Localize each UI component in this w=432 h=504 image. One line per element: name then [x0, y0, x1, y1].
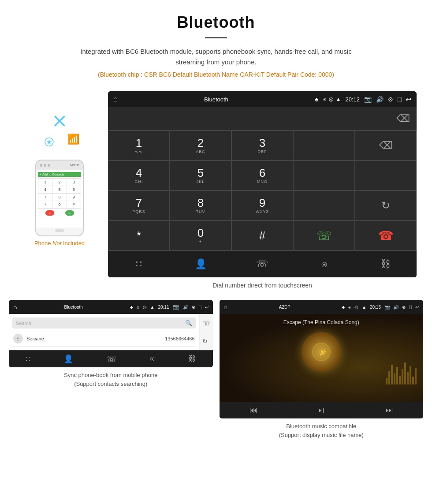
- eq-bar-11: [412, 377, 414, 385]
- dial-hangup-button[interactable]: ☎: [355, 220, 417, 250]
- eq-bar-2: [388, 371, 390, 385]
- music-close-icon[interactable]: ⊗: [402, 305, 406, 310]
- phone-call-button[interactable]: ☏: [65, 210, 74, 216]
- dial-empty-1: [293, 131, 355, 161]
- music-song-title: Escape (The Pina Colada Song): [283, 319, 359, 325]
- phone-key-star: *: [38, 201, 52, 208]
- phone-top-bar: MOTO: [36, 161, 83, 170]
- pb-action-call-icon[interactable]: ☏: [202, 320, 210, 327]
- pb-action-refresh-icon[interactable]: ↻: [202, 338, 210, 345]
- music-vol-icon[interactable]: 🔊: [393, 305, 398, 310]
- phone-not-included-label: Phone Not Included: [34, 240, 85, 246]
- close-icon[interactable]: ⊗: [388, 96, 393, 103]
- pb-nav-link[interactable]: ⛓: [188, 354, 196, 364]
- eq-bar-5: [396, 367, 398, 385]
- dial-key-1[interactable]: 1 ∿∿: [108, 131, 170, 161]
- wifi-signal-icon: 📶: [67, 134, 79, 145]
- pb-nav-dialpad[interactable]: ∷: [26, 354, 30, 364]
- nav-link-button[interactable]: ⛓: [375, 255, 397, 273]
- dial-key-6[interactable]: 6 MNO: [231, 161, 293, 190]
- bluetooth-status-icon: ⍟: [323, 96, 326, 102]
- dial-key-7[interactable]: 7 PQRS: [108, 190, 170, 220]
- dial-key-2[interactable]: 2 ABC: [170, 131, 231, 161]
- dial-key-8[interactable]: 8 TUV: [170, 190, 231, 220]
- status-time: 20:12: [345, 96, 360, 103]
- dial-screen: ⌂ Bluetooth ♣ ⍟ ◎ ▲ 20:12 📷 🔊 ⊗ ⎕ ↩ ⌫: [108, 91, 417, 277]
- nav-dialpad-button[interactable]: ∷: [128, 255, 150, 273]
- eq-bar-12: [415, 368, 417, 385]
- phone-key-3: 3: [67, 179, 81, 186]
- pb-back-icon[interactable]: ↩: [205, 305, 209, 310]
- pb-search-icon[interactable]: 🔍: [185, 320, 192, 326]
- music-album-art: ♪ ⚡: [302, 332, 341, 372]
- dial-caption: Dial number direct from touchscreen: [108, 282, 417, 293]
- dial-empty-3: [355, 161, 417, 190]
- music-screen-icon[interactable]: ⎕: [409, 305, 412, 310]
- nav-phone-button[interactable]: ☏: [251, 255, 273, 273]
- pb-contact-number: 13566664466: [165, 336, 194, 341]
- phone-key-8: 8: [52, 194, 66, 201]
- music-nav-playpause[interactable]: ⏯: [317, 406, 325, 415]
- eq-bars: [386, 358, 417, 385]
- dial-key-3[interactable]: 3 DEF: [231, 131, 293, 161]
- pb-vol-icon[interactable]: 🔊: [183, 305, 188, 310]
- dial-key-hash[interactable]: #: [231, 220, 293, 250]
- phone-dot-1: [40, 164, 42, 167]
- music-back-icon[interactable]: ↩: [415, 305, 419, 310]
- specs-text: (Bluetooth chip : CSR BC6 Default Blueto…: [9, 71, 423, 78]
- music-sig-icon: ▲: [362, 305, 366, 310]
- phonebook-caption-line2: (Support contacts searching): [74, 381, 147, 387]
- home-icon[interactable]: ⌂: [113, 95, 118, 103]
- phonebook-caption: Sync phone-book from mobile phone (Suppo…: [9, 371, 213, 388]
- music-nav-next[interactable]: ⏭: [385, 406, 393, 415]
- pb-contact-avatar: S: [13, 334, 23, 343]
- pb-nav-contacts[interactable]: 👤: [63, 354, 73, 364]
- dial-backspace-cell[interactable]: ⌫: [355, 131, 417, 161]
- music-note-icon: ♪ ⚡: [310, 341, 332, 363]
- camera-icon[interactable]: 📷: [364, 96, 372, 103]
- phone-hangup-button[interactable]: ☉: [45, 210, 54, 216]
- phone-key-4: 4: [38, 186, 52, 193]
- phone-carrier-text: MOTO: [70, 164, 79, 167]
- pb-cam-icon[interactable]: 📷: [173, 304, 179, 310]
- nav-contacts-button[interactable]: 👤: [190, 255, 212, 273]
- page-title: Bluetooth: [9, 13, 423, 32]
- dial-key-9[interactable]: 9 WXYZ: [231, 190, 293, 220]
- dial-refresh-cell[interactable]: ↻: [355, 190, 417, 220]
- nav-bluetooth-button[interactable]: ⍟: [313, 255, 335, 273]
- music-caption: Bluetooth music compatible (Support disp…: [220, 422, 424, 439]
- eq-bar-7: [402, 369, 403, 385]
- pb-search-bar[interactable]: Search 🔍: [12, 317, 196, 329]
- pb-content: Search 🔍 S Seicane 13566664466: [9, 314, 199, 350]
- phone-label-not: Not: [52, 240, 61, 246]
- pb-screen-icon[interactable]: ⎕: [199, 305, 201, 310]
- dial-call-button[interactable]: ☏: [293, 220, 355, 250]
- dial-key-0[interactable]: 0 +: [170, 220, 231, 250]
- status-icons: ⍟ ◎ ▲: [323, 96, 341, 102]
- music-nav-prev[interactable]: ⏮: [250, 406, 257, 415]
- dial-key-4[interactable]: 4 GHI: [108, 161, 170, 190]
- pb-sig-icon: ▲: [150, 305, 155, 310]
- eq-bar-1: [386, 378, 387, 385]
- music-cam-icon[interactable]: 📷: [384, 305, 390, 310]
- music-home-icon[interactable]: ⌂: [224, 303, 227, 310]
- dial-key-5[interactable]: 5 JKL: [170, 161, 231, 190]
- pb-bt-icon: ⍟: [137, 305, 139, 310]
- phone-mockup-container: ⨯ ⍟ 📶 MOTO +Add to Contacts 1 2: [15, 109, 104, 246]
- pb-nav-bluetooth[interactable]: ⍟: [150, 354, 155, 364]
- pb-nav-phone[interactable]: ☏: [107, 354, 117, 364]
- pb-bottom-nav: ∷ 👤 ☏ ⍟ ⛓: [9, 350, 213, 367]
- dial-key-star[interactable]: *: [108, 220, 170, 250]
- eq-bar-10: [410, 366, 411, 385]
- backspace-button[interactable]: ⌫: [396, 113, 410, 124]
- volume-icon[interactable]: 🔊: [376, 96, 384, 103]
- phone-key-9: 9: [67, 194, 81, 201]
- back-icon[interactable]: ↩: [406, 95, 411, 104]
- music-screen: ⌂ A2DP ♣ ⍟ ◎ ▲ 20:15 📷 🔊 ⊗ ⎕ ↩ Escape (T…: [220, 300, 424, 418]
- pb-home-icon[interactable]: ⌂: [13, 303, 17, 310]
- pb-close-icon[interactable]: ⊗: [192, 305, 195, 310]
- dial-empty-2: [293, 161, 355, 190]
- screen-icon[interactable]: ⎕: [398, 96, 401, 103]
- phone-home-button[interactable]: [55, 229, 64, 232]
- dial-screen-container: ⌂ Bluetooth ♣ ⍟ ◎ ▲ 20:12 📷 🔊 ⊗ ⎕ ↩ ⌫: [108, 91, 417, 293]
